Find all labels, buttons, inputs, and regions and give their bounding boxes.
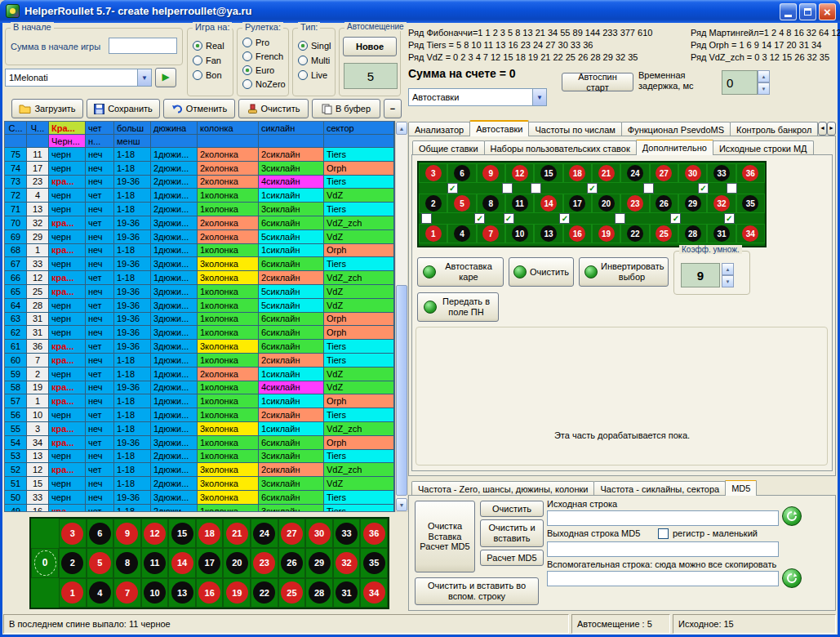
tab-bankroll-control[interactable]: Контроль банкрол: [730, 122, 818, 136]
table-row[interactable]: 607кра...неч1-181дюжи...1колонка2сиклайн…: [5, 354, 394, 368]
board-cell[interactable]: 31: [333, 578, 361, 608]
table-row[interactable]: 6231черннеч19-363дюжи...1колонка6сиклайн…: [5, 326, 394, 340]
bet-board-cell[interactable]: 18: [563, 163, 592, 183]
board-cell[interactable]: 32: [333, 548, 361, 577]
board-cell[interactable]: 30: [305, 519, 333, 548]
corner-bet-checkbox[interactable]: ✓: [474, 213, 485, 224]
scroll-up-icon[interactable]: ▲: [396, 122, 407, 135]
bet-board-cell[interactable]: 2: [419, 194, 447, 213]
board-cell[interactable]: 17: [196, 548, 224, 577]
table-row[interactable]: 5819кра...неч19-362дюжи...1колонка4сикла…: [5, 381, 394, 395]
autobets-combo[interactable]: Автоставки ▼: [408, 88, 547, 106]
radio-type-live[interactable]: Live: [298, 69, 327, 81]
tab-freq-zero-chances-dozens-columns[interactable]: Частота - Zero, шансы, дюжины, колонки: [411, 481, 594, 496]
board-cell[interactable]: 35: [360, 548, 388, 577]
table-row[interactable]: 6428чернчет19-363дюжи...1колонка5сиклайн…: [5, 299, 394, 313]
bet-board-cell[interactable]: 10: [505, 224, 534, 243]
table-row[interactable]: 7032кра...чет19-363дюжи...2колонка6сикла…: [5, 216, 394, 230]
tab-scroll-left-icon[interactable]: ◄: [818, 122, 827, 136]
play-button[interactable]: ▶: [155, 68, 176, 87]
bet-board-cell[interactable]: 36: [736, 163, 765, 183]
board-cell[interactable]: 11: [141, 548, 169, 577]
radio-game-fan[interactable]: Fan: [193, 55, 221, 66]
autospin-start-button[interactable]: Автоспин старт: [562, 73, 633, 91]
scrollbar-thumb[interactable]: [396, 285, 407, 496]
chevron-down-icon[interactable]: ▼: [137, 69, 151, 86]
radio-type-multi[interactable]: Multi: [298, 55, 330, 66]
board-cell[interactable]: 5: [87, 548, 114, 577]
corner-bet-checkbox[interactable]: [421, 213, 432, 224]
corner-bet-checkbox[interactable]: ✓: [587, 183, 598, 194]
radio-game-real[interactable]: Real: [193, 40, 224, 51]
table-row[interactable]: 5033черннеч19-363дюжи...3колонка6сиклайн…: [5, 491, 394, 505]
board-cell[interactable]: 1: [59, 578, 87, 608]
bet-board-cell[interactable]: 22: [620, 224, 649, 243]
subtab-custom-bet-sets[interactable]: Наборы пользовательских ставок: [484, 140, 637, 155]
md5-clear-paste-button[interactable]: Очистить и вставить: [480, 519, 544, 547]
table-row[interactable]: 6136кра...чет19-363дюжи...3колонка6сикла…: [5, 340, 394, 354]
table-row[interactable]: 571кра...неч1-181дюжи...1колонка1сиклайн…: [5, 394, 394, 408]
board-cell[interactable]: 36: [360, 519, 388, 548]
table-row[interactable]: 7417черннеч1-182дюжи...2колонка3сиклайнO…: [5, 162, 394, 176]
close-button[interactable]: ×: [819, 3, 836, 20]
board-cell[interactable]: 7: [113, 578, 141, 608]
start-sum-input[interactable]: [109, 38, 177, 54]
bet-board-cell[interactable]: 3: [419, 163, 447, 183]
clear-selection-button[interactable]: Очистить: [509, 257, 574, 287]
bet-board-cell[interactable]: 32: [707, 194, 736, 213]
bet-board-cell[interactable]: 31: [707, 224, 736, 243]
corner-bet-checkbox[interactable]: ✓: [504, 213, 514, 224]
bet-board-cell[interactable]: 15: [534, 163, 562, 183]
board-cell[interactable]: 16: [196, 578, 224, 608]
subtab-common-bets[interactable]: Общие ставки: [412, 140, 485, 155]
bet-board-cell[interactable]: 19: [592, 224, 620, 243]
spin-up-icon[interactable]: ▲: [722, 263, 734, 275]
transfer-to-pn-button[interactable]: Передать в поле ПН: [417, 292, 499, 322]
bet-board-cell[interactable]: 23: [620, 194, 649, 213]
board-cell[interactable]: 19: [223, 578, 251, 608]
collapse-button[interactable]: −: [384, 99, 402, 118]
board-cell[interactable]: 26: [278, 548, 306, 577]
bet-board-cell[interactable]: 25: [650, 224, 678, 243]
board-cell[interactable]: 21: [223, 519, 251, 548]
tab-psevdoms-functional[interactable]: Функционал PsevdoMS: [621, 122, 731, 136]
bet-board-cell[interactable]: 27: [650, 163, 678, 183]
table-row[interactable]: 6612кра...чет1-181дюжи...3колонка2сиклай…: [5, 271, 394, 285]
profile-combo[interactable]: 1Melonati ▼: [5, 69, 152, 87]
corner-bet-checkbox[interactable]: [531, 183, 541, 194]
corner-bet-checkbox[interactable]: [502, 183, 513, 194]
lowercase-checkbox[interactable]: [658, 528, 669, 539]
tab-analyzer[interactable]: Анализатор: [408, 122, 470, 136]
board-cell[interactable]: 33: [333, 519, 361, 548]
bet-board-cell[interactable]: 34: [736, 224, 765, 243]
tab-number-frequencies[interactable]: Частоты по числам: [528, 122, 621, 136]
tab-autobets[interactable]: Автоставки: [469, 120, 529, 136]
bet-board-cell[interactable]: 16: [563, 224, 592, 243]
bet-board-cell[interactable]: 17: [563, 194, 592, 213]
board-cell[interactable]: 3: [59, 519, 87, 548]
bet-board-cell[interactable]: 35: [736, 194, 765, 213]
md5-clear-button[interactable]: Очистить: [480, 501, 544, 517]
corner-bet-checkbox[interactable]: ✓: [724, 213, 735, 224]
radio-wheel-euro[interactable]: Euro: [242, 65, 274, 76]
spin-down-icon[interactable]: ▼: [722, 275, 734, 287]
radio-wheel-french[interactable]: French: [242, 51, 283, 62]
board-cell[interactable]: 8: [113, 548, 141, 577]
spin-down-icon[interactable]: ▼: [758, 82, 770, 95]
table-row[interactable]: 7113черннеч1-182дюжи...1колонка3сиклайнT…: [5, 203, 394, 216]
board-cell[interactable]: 14: [168, 548, 196, 577]
output-string-input[interactable]: [547, 541, 779, 557]
board-cell[interactable]: 12: [141, 519, 169, 548]
load-button[interactable]: Загрузить: [11, 99, 83, 118]
source-string-input[interactable]: [547, 510, 779, 526]
board-cell[interactable]: 25: [278, 578, 306, 608]
table-row[interactable]: 724чернчет1-181дюжи...1колонка1сиклайнVd…: [5, 189, 394, 203]
table-row[interactable]: 7323кра...неч19-362дюжи...2колонка4сикла…: [5, 176, 394, 189]
board-cell[interactable]: 28: [305, 578, 333, 608]
board-cell[interactable]: 29: [305, 548, 333, 577]
bet-board-cell[interactable]: 13: [534, 224, 562, 243]
subtab-md-source-strings[interactable]: Исходные строки МД: [713, 140, 814, 155]
tab-scroll-right-icon[interactable]: ►: [827, 122, 836, 136]
copy-to-buffer-button[interactable]: В буфер: [312, 99, 380, 118]
md5-big-button[interactable]: Очистка Вставка Расчет MD5: [415, 501, 475, 572]
